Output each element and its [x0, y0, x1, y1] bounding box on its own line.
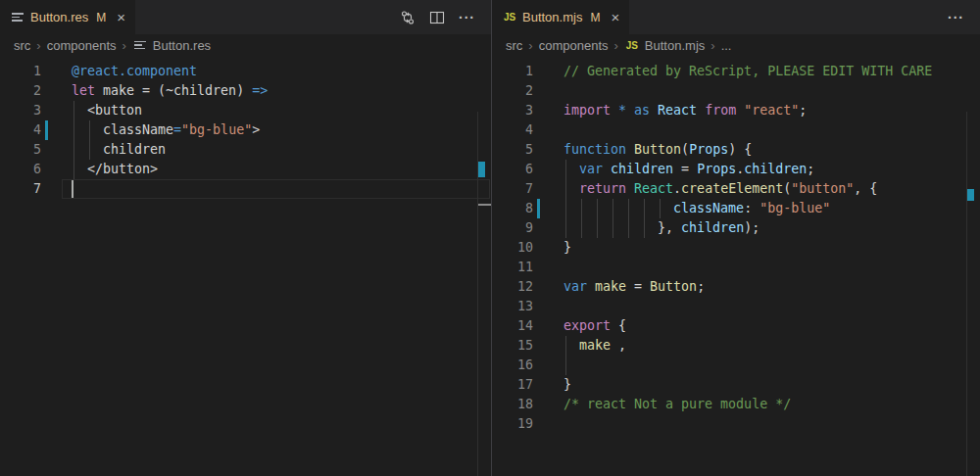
breadcrumb-left: src › components › Button.res: [0, 34, 491, 56]
line-number[interactable]: 7: [0, 179, 41, 199]
line-number[interactable]: 3: [0, 101, 41, 120]
git-modified-indicator: [537, 199, 540, 218]
code-token: React: [634, 181, 673, 196]
code-line[interactable]: 1// Generated by ReScript, PLEASE EDIT W…: [492, 62, 980, 81]
open-changes-icon[interactable]: [400, 10, 416, 25]
line-number[interactable]: 16: [492, 356, 533, 375]
code-token: className: [673, 201, 744, 215]
code-line[interactable]: 9 }, children);: [492, 218, 980, 238]
close-icon[interactable]: ×: [611, 10, 619, 24]
line-number[interactable]: 8: [492, 199, 533, 218]
overview-ruler[interactable]: [966, 112, 980, 476]
line-number[interactable]: 7: [492, 179, 533, 199]
editor-right[interactable]: 1// Generated by ReScript, PLEASE EDIT W…: [492, 56, 980, 476]
line-number[interactable]: 6: [492, 160, 533, 179]
code-token: <button: [72, 103, 142, 118]
code-token: =>: [252, 83, 268, 98]
code-line[interactable]: 6 var children = Props.children;: [492, 160, 980, 179]
breadcrumb-file[interactable]: Button.res: [132, 37, 211, 53]
code-line[interactable]: 12var make = Button;: [492, 277, 980, 297]
code-token: Button: [650, 279, 697, 294]
text-cursor: [72, 180, 74, 198]
code-token: (: [783, 181, 791, 196]
line-number[interactable]: 19: [492, 414, 533, 434]
breadcrumb-folder[interactable]: src: [14, 38, 30, 53]
line-number[interactable]: 5: [492, 140, 533, 160]
code-token: children: [681, 220, 744, 235]
line-number[interactable]: 5: [0, 140, 41, 160]
editor-left[interactable]: 1@react.component2let make = (~children)…: [0, 56, 491, 476]
code-line[interactable]: 2let make = (~children) =>: [0, 81, 491, 101]
code-token: ;: [807, 162, 814, 176]
line-number[interactable]: 1: [0, 62, 41, 81]
javascript-file-icon: JS: [624, 37, 640, 53]
breadcrumb-folder[interactable]: components: [539, 38, 609, 53]
code-line[interactable]: 2: [492, 81, 980, 101]
code-line[interactable]: 17}: [492, 375, 980, 395]
code-token: ;: [697, 279, 705, 294]
more-actions-icon[interactable]: ···: [459, 10, 475, 25]
code-line[interactable]: 6 </button>: [0, 160, 491, 179]
code-line[interactable]: 4 className="bg-blue">: [0, 120, 491, 140]
code-line[interactable]: 11: [492, 258, 980, 277]
code-token: {: [611, 318, 626, 333]
overview-ruler[interactable]: [477, 112, 491, 476]
code-line[interactable]: 7: [0, 179, 491, 199]
breadcrumb-symbol-ellipsis[interactable]: ...: [721, 38, 732, 53]
breadcrumb-file[interactable]: JS Button.mjs: [624, 37, 705, 53]
code-line[interactable]: 1@react.component: [0, 62, 491, 81]
code-line[interactable]: 5function Button(Props) {: [492, 140, 980, 160]
code-token: var: [564, 279, 595, 294]
close-icon[interactable]: ×: [117, 10, 125, 24]
line-number[interactable]: 1: [492, 62, 533, 81]
code-text: }, children);: [564, 218, 760, 238]
line-number[interactable]: 11: [492, 258, 533, 277]
code-line[interactable]: 14export {: [492, 316, 980, 336]
code-line[interactable]: 18/* react Not a pure module */: [492, 395, 980, 414]
code-line[interactable]: 3 <button: [0, 101, 491, 120]
code-line[interactable]: 7 return React.createElement("button", {: [492, 179, 980, 199]
code-text: </button>: [72, 160, 158, 179]
line-number[interactable]: 9: [492, 218, 533, 238]
chevron-right-icon: ›: [122, 38, 126, 53]
code-text: var children = Props.children;: [564, 160, 814, 179]
code-line[interactable]: 3import * as React from "react";: [492, 101, 980, 120]
line-number[interactable]: 2: [492, 81, 533, 101]
line-number[interactable]: 14: [492, 316, 533, 336]
line-number[interactable]: 12: [492, 277, 533, 297]
breadcrumb-folder[interactable]: src: [506, 38, 522, 53]
code-token: let: [72, 83, 95, 98]
line-number[interactable]: 6: [0, 160, 41, 179]
code-line[interactable]: 19: [492, 414, 980, 434]
code-token: children: [72, 142, 166, 157]
tab-button-mjs[interactable]: JS Button.mjs M ×: [492, 0, 629, 34]
line-number[interactable]: 18: [492, 395, 533, 414]
code-line[interactable]: 13: [492, 297, 980, 316]
git-modified-indicator: [45, 120, 48, 140]
split-editor-icon[interactable]: [429, 10, 445, 25]
line-number[interactable]: 2: [0, 81, 41, 101]
more-actions-icon[interactable]: ···: [948, 10, 964, 25]
breadcrumb-folder[interactable]: components: [47, 38, 117, 53]
indent-guide: [565, 356, 566, 375]
line-number[interactable]: 10: [492, 238, 533, 258]
code-token: make: [595, 279, 626, 294]
line-number[interactable]: 4: [0, 120, 41, 140]
line-number[interactable]: 3: [492, 101, 533, 120]
chevron-right-icon: ›: [614, 38, 618, 53]
code-token: [564, 338, 579, 353]
code-line[interactable]: 4: [492, 120, 980, 140]
code-line[interactable]: 10}: [492, 238, 980, 258]
editor-workbench: Button.res M ×: [0, 0, 980, 476]
code-line[interactable]: 8 className: "bg-blue": [492, 199, 980, 218]
line-number[interactable]: 17: [492, 375, 533, 395]
code-token: },: [564, 220, 681, 235]
ruler-modified-marker: [967, 189, 974, 201]
tab-button-res[interactable]: Button.res M ×: [0, 0, 135, 34]
line-number[interactable]: 4: [492, 120, 533, 140]
code-line[interactable]: 5 children: [0, 140, 491, 160]
line-number[interactable]: 15: [492, 336, 533, 356]
line-number[interactable]: 13: [492, 297, 533, 316]
code-line[interactable]: 15 make ,: [492, 336, 980, 356]
code-line[interactable]: 16: [492, 356, 980, 375]
